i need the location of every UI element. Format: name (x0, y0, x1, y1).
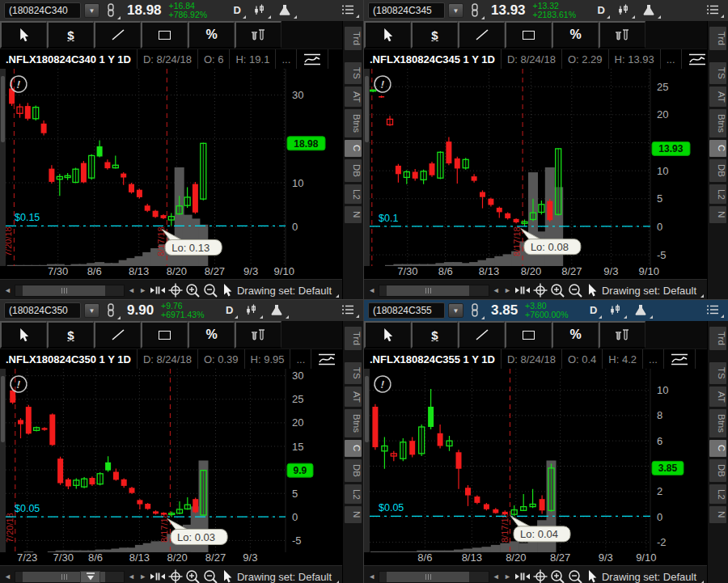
timeframe-button[interactable]: D (231, 2, 246, 19)
sidebar-tab-trd[interactable]: Trd (709, 327, 726, 350)
studies-button[interactable] (274, 2, 297, 19)
crosshair-button[interactable] (168, 282, 183, 298)
price-level-tool-button[interactable]: $ (47, 21, 94, 49)
sidebar-tab-at[interactable]: AT (709, 87, 726, 108)
sidebar-tab-l2[interactable]: L2 (709, 184, 726, 205)
timeframe-button[interactable]: D (222, 302, 238, 319)
expand-range-button[interactable] (514, 282, 531, 298)
h-scrollbar[interactable] (379, 285, 489, 297)
sidebar-tab-l2[interactable]: L2 (345, 184, 362, 205)
trendline-tool-button[interactable] (94, 21, 141, 49)
percent-tool-button[interactable]: % (552, 321, 599, 349)
title-more[interactable]: ... (290, 349, 311, 369)
step-right-icon[interactable]: ► (138, 572, 147, 581)
pointer-tool-button[interactable] (364, 21, 411, 49)
sidebar-tab-btns[interactable]: Btns (345, 109, 362, 137)
link-channel-button[interactable] (103, 302, 121, 320)
symbol-dropdown-button[interactable]: ▼ (448, 303, 463, 318)
zoom-in-button[interactable] (550, 568, 565, 583)
crosshair-button[interactable] (533, 282, 548, 298)
link-channel-button[interactable] (467, 302, 485, 320)
sidebar-tab-at[interactable]: AT (345, 387, 362, 408)
scroll-left-icon[interactable]: ◄ (3, 286, 12, 294)
h-scroll-thumb[interactable] (387, 572, 469, 582)
panel-menu-button[interactable] (338, 302, 359, 319)
sidebar-tab-db[interactable]: DB (709, 159, 726, 182)
sidebar-tab-ts[interactable]: TS (345, 362, 362, 384)
scroll-left-icon[interactable]: ◄ (3, 572, 12, 581)
h-scrollbar[interactable] (15, 285, 125, 297)
studies-button[interactable] (638, 2, 661, 19)
symbol-dropdown-button[interactable]: ▼ (84, 303, 99, 318)
sidebar-tab-c[interactable]: C (709, 440, 726, 456)
test-tools-button[interactable] (235, 21, 281, 49)
trendline-tool-button[interactable] (458, 321, 505, 349)
h-scrollbar[interactable] (15, 571, 125, 583)
chart-style-toggle[interactable] (311, 349, 342, 369)
price-chart[interactable]: 8/17/18$0.05108620-23.85!Lo: 0.04 (370, 369, 707, 552)
percent-tool-button[interactable]: % (188, 21, 235, 49)
chart-type-button[interactable] (605, 302, 627, 319)
left-scroll-thumb[interactable] (1, 76, 5, 142)
symbol-input[interactable]: (180824C355 (368, 302, 445, 319)
h-scrollbar[interactable] (379, 571, 489, 583)
sidebar-tab-n[interactable]: N (709, 206, 726, 222)
symbol-input[interactable]: (180824C350 (4, 302, 81, 319)
pointer-mode-button[interactable] (221, 282, 235, 298)
zoom-out-button[interactable] (203, 568, 218, 583)
h-scroll-thumb[interactable] (387, 285, 469, 296)
zoom-out-button[interactable] (568, 282, 583, 298)
chart-style-toggle[interactable] (297, 49, 328, 69)
step-left-icon[interactable]: ◄ (127, 286, 136, 294)
sidebar-tab-at[interactable]: AT (709, 387, 726, 408)
zoom-in-button[interactable] (550, 282, 565, 298)
test-tools-button[interactable] (235, 321, 281, 349)
panel-menu-button[interactable] (338, 2, 359, 19)
sidebar-tab-at[interactable]: AT (345, 87, 362, 108)
sidebar-tab-c[interactable]: C (709, 140, 726, 156)
link-channel-button[interactable] (103, 2, 121, 20)
chart-type-button[interactable] (241, 302, 263, 319)
price-chart[interactable]: 8/17/18$0.125201050-513.93!Lo: 0.08 (370, 69, 707, 266)
left-scroll-thumb[interactable] (365, 76, 369, 142)
left-scroll-strip[interactable] (364, 369, 370, 552)
snap-to-latest-button[interactable] (80, 571, 100, 583)
sidebar-tab-ts[interactable]: TS (345, 62, 362, 84)
test-tools-button[interactable] (599, 321, 645, 349)
test-tools-button[interactable] (599, 21, 645, 49)
symbol-dropdown-button[interactable]: ▼ (448, 3, 463, 18)
sidebar-tab-n[interactable]: N (345, 506, 362, 522)
sidebar-tab-btns[interactable]: Btns (345, 409, 362, 437)
sidebar-tab-db[interactable]: DB (709, 459, 726, 482)
symbol-input[interactable]: (180824C340 (4, 2, 81, 19)
rectangle-tool-button[interactable] (141, 321, 188, 349)
sidebar-tab-l2[interactable]: L2 (709, 484, 726, 505)
sidebar-tab-trd[interactable]: Trd (345, 327, 362, 350)
expand-range-button[interactable] (150, 282, 166, 298)
step-left-icon[interactable]: ◄ (492, 286, 501, 294)
trendline-tool-button[interactable] (458, 21, 505, 49)
sidebar-tab-l2[interactable]: L2 (345, 484, 362, 505)
left-scroll-strip[interactable] (0, 69, 6, 266)
crosshair-button[interactable] (533, 568, 548, 583)
crosshair-button[interactable] (168, 568, 183, 583)
zoom-out-button[interactable] (203, 282, 218, 298)
left-scroll-strip[interactable] (0, 369, 6, 552)
step-left-icon[interactable]: ◄ (127, 572, 136, 581)
chart-style-toggle[interactable] (682, 49, 707, 69)
title-more[interactable]: ... (276, 49, 297, 69)
rectangle-tool-button[interactable] (141, 21, 188, 49)
sidebar-tab-n[interactable]: N (709, 506, 726, 522)
panel-menu-button[interactable] (703, 2, 724, 19)
sidebar-tab-ts[interactable]: TS (709, 362, 726, 384)
chart-type-button[interactable] (249, 2, 271, 19)
symbol-input[interactable]: (180824C345 (368, 2, 445, 19)
left-scroll-thumb[interactable] (365, 376, 369, 442)
sidebar-tab-trd[interactable]: Trd (709, 27, 726, 50)
h-scroll-thumb[interactable] (23, 285, 105, 296)
symbol-dropdown-button[interactable]: ▼ (84, 3, 99, 18)
drawing-set-selector[interactable]: Drawing set: Default (237, 571, 339, 583)
timeframe-button[interactable]: D (595, 2, 610, 19)
scroll-left-icon[interactable]: ◄ (367, 286, 376, 294)
chart-type-button[interactable] (613, 2, 635, 19)
